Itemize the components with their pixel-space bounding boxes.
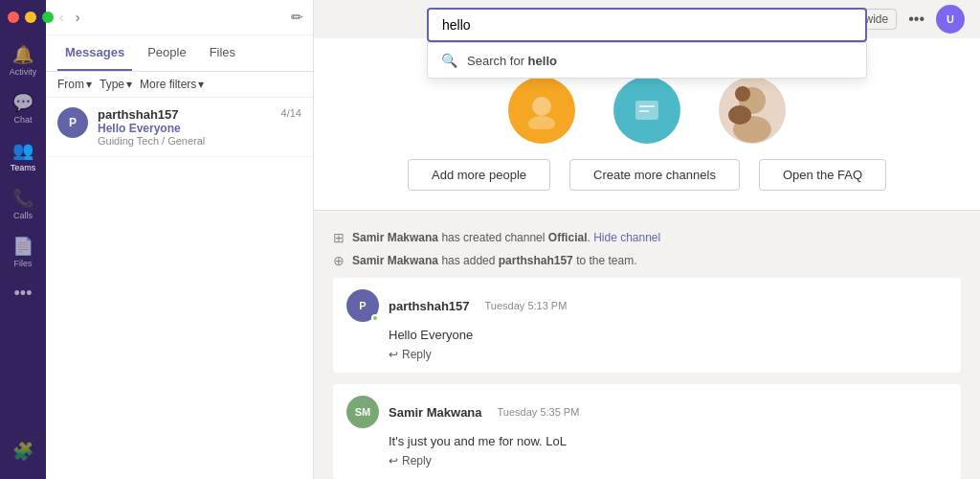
message-name: parthshah157 bbox=[98, 107, 179, 122]
more-icon: ••• bbox=[14, 284, 33, 304]
svg-point-7 bbox=[735, 86, 750, 102]
svg-point-0 bbox=[532, 97, 551, 116]
illustration-1 bbox=[508, 77, 575, 144]
chat-text-2: It's just you and me for now. LoL bbox=[389, 434, 947, 448]
illustration-3 bbox=[719, 77, 786, 144]
svg-point-8 bbox=[728, 105, 751, 125]
tab-files[interactable]: Files bbox=[202, 35, 243, 71]
system-text-2: Samir Makwana has added parthshah157 to … bbox=[352, 254, 637, 267]
filter-more-label: More filters bbox=[140, 78, 196, 91]
add-member-icon: ⊕ bbox=[333, 253, 345, 268]
filter-more[interactable]: More filters ▾ bbox=[140, 78, 204, 91]
message-content: parthshah157 4/14 Hello Everyone Guiding… bbox=[98, 107, 301, 147]
search-icon: 🔍 bbox=[441, 53, 457, 68]
open-faq-button[interactable]: Open the FAQ bbox=[759, 159, 886, 191]
chat-time-1: Tuesday 5:13 PM bbox=[485, 300, 568, 311]
more-options-button[interactable]: ••• bbox=[908, 11, 924, 28]
add-people-button[interactable]: Add more people bbox=[408, 159, 550, 191]
chat-icon: 💬 bbox=[12, 92, 33, 113]
reply-label: Reply bbox=[402, 348, 432, 361]
filter-type[interactable]: Type ▾ bbox=[100, 78, 132, 91]
main-area: 🔍 Search for hello 👥 👁 Org-wide ••• U bbox=[314, 0, 980, 479]
sidebar-item-calls[interactable]: 📞 Calls bbox=[0, 182, 46, 226]
illustration-icon-2 bbox=[628, 91, 666, 129]
chat-msg-header-2: SM Samir Makwana Tuesday 5:35 PM bbox=[346, 396, 947, 428]
calls-icon: 📞 bbox=[12, 188, 33, 209]
search-bar-container: 🔍 Search for hello bbox=[427, 8, 867, 42]
sidebar-item-apps[interactable]: 🧩 bbox=[12, 435, 33, 468]
svg-point-1 bbox=[528, 116, 555, 129]
search-result-text: Search for hello bbox=[467, 54, 557, 68]
chat-message-1: P parthshah157 Tuesday 5:13 PM Hello Eve… bbox=[333, 278, 961, 373]
filter-row: From ▾ Type ▾ More filters ▾ bbox=[46, 72, 313, 98]
chat-msg-header-1: P parthshah157 Tuesday 5:13 PM bbox=[346, 289, 947, 322]
channel-icon: ⊞ bbox=[333, 230, 345, 245]
banner-buttons: Add more people Create more channels Ope… bbox=[408, 159, 886, 191]
reply-label: Reply bbox=[402, 454, 432, 468]
hide-channel-link[interactable]: Hide channel bbox=[593, 231, 660, 244]
message-date: 4/14 bbox=[281, 107, 301, 122]
chevron-down-icon: ▾ bbox=[198, 78, 204, 91]
sidebar-item-label: Files bbox=[13, 259, 32, 268]
sidebar-item-label: Calls bbox=[13, 211, 33, 220]
chat-area: ⊞ Samir Makwana has created channel Offi… bbox=[314, 211, 980, 479]
illustration-2 bbox=[613, 77, 680, 144]
more-icon: ••• bbox=[908, 11, 924, 28]
teams-icon: 👥 bbox=[12, 140, 33, 161]
sidebar-item-label: Chat bbox=[13, 115, 32, 125]
chevron-down-icon: ▾ bbox=[86, 78, 92, 91]
message-sub: Guiding Tech / General bbox=[98, 135, 301, 147]
chat-time-2: Tuesday 5:35 PM bbox=[498, 406, 580, 418]
reply-icon: ↩ bbox=[389, 348, 398, 361]
close-button[interactable] bbox=[8, 11, 19, 23]
chat-name-2: Samir Makwana bbox=[389, 405, 482, 420]
system-message-2: ⊕ Samir Makwana has added parthshah157 t… bbox=[333, 249, 961, 272]
sidebar-item-label: Activity bbox=[10, 67, 37, 77]
message-header: parthshah157 4/14 bbox=[98, 107, 301, 122]
reply-icon: ↩ bbox=[389, 454, 398, 468]
files-icon: 📄 bbox=[12, 236, 33, 257]
chat-text-1: Hello Everyone bbox=[389, 328, 947, 342]
maximize-button[interactable] bbox=[42, 11, 54, 23]
illustration-icon-3 bbox=[719, 77, 786, 144]
activity-icon: 🔔 bbox=[12, 44, 33, 65]
forward-button[interactable]: › bbox=[72, 8, 84, 27]
sidebar-item-teams[interactable]: 👥 Teams bbox=[0, 134, 46, 178]
system-message-1: ⊞ Samir Makwana has created channel Offi… bbox=[333, 226, 961, 249]
user-avatar[interactable]: U bbox=[936, 5, 965, 34]
create-channels-button[interactable]: Create more channels bbox=[569, 159, 740, 191]
chat-avatar-2: SM bbox=[346, 396, 379, 428]
sidebar-item-activity[interactable]: 🔔 Activity bbox=[0, 38, 46, 82]
online-indicator bbox=[371, 314, 379, 322]
sidebar-bottom: 🧩 bbox=[12, 435, 33, 479]
avatar: P bbox=[57, 107, 88, 138]
chat-name-1: parthshah157 bbox=[389, 299, 470, 313]
sidebar: 🔔 Activity 💬 Chat 👥 Teams 📞 Calls 📄 File… bbox=[0, 0, 46, 479]
filter-from[interactable]: From ▾ bbox=[57, 78, 92, 91]
reply-button-2[interactable]: ↩ Reply bbox=[389, 454, 432, 468]
system-text-1: Samir Makwana has created channel Offici… bbox=[352, 231, 660, 244]
banner-illustrations bbox=[508, 77, 786, 144]
chevron-down-icon: ▾ bbox=[126, 78, 132, 91]
traffic-lights bbox=[8, 11, 54, 23]
search-dropdown: 🔍 Search for hello bbox=[427, 42, 867, 79]
minimize-button[interactable] bbox=[25, 11, 36, 23]
sidebar-item-chat[interactable]: 💬 Chat bbox=[0, 86, 46, 130]
message-preview: Hello Everyone bbox=[98, 122, 301, 135]
compose-button[interactable]: ✏ bbox=[291, 9, 303, 26]
nav-arrows: ‹ › ✏ bbox=[46, 0, 313, 35]
filter-from-label: From bbox=[57, 78, 84, 91]
apps-icon: 🧩 bbox=[12, 441, 33, 462]
sidebar-item-label: Teams bbox=[11, 163, 36, 172]
reply-button-1[interactable]: ↩ Reply bbox=[389, 348, 432, 361]
search-input[interactable] bbox=[427, 8, 867, 42]
list-item[interactable]: P parthshah157 4/14 Hello Everyone Guidi… bbox=[46, 98, 313, 157]
tab-messages[interactable]: Messages bbox=[57, 35, 132, 71]
search-term: hello bbox=[528, 54, 557, 68]
tab-people[interactable]: People bbox=[140, 35, 193, 71]
sidebar-item-more[interactable]: ••• bbox=[0, 278, 46, 309]
back-button[interactable]: ‹ bbox=[56, 8, 68, 27]
sidebar-item-files[interactable]: 📄 Files bbox=[0, 230, 46, 274]
chat-avatar-1: P bbox=[346, 289, 379, 322]
message-list: P parthshah157 4/14 Hello Everyone Guidi… bbox=[46, 98, 313, 479]
